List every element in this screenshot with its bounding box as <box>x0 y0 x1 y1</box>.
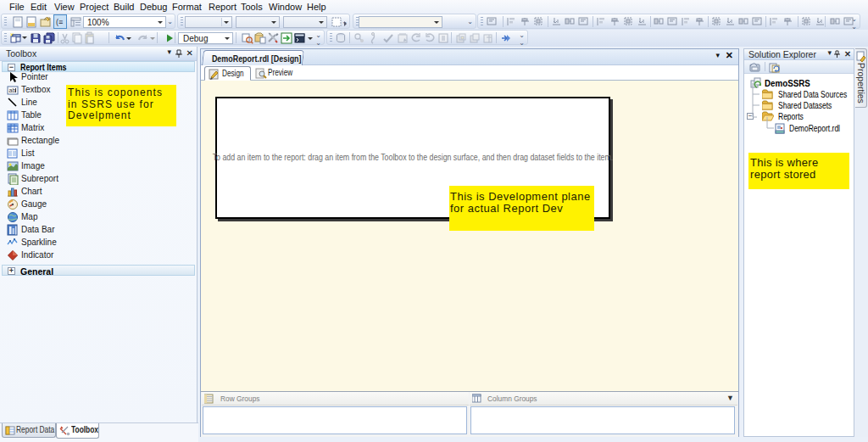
svg-text:ab: ab <box>9 87 16 93</box>
svg-text:(≡: (≡ <box>56 18 63 26</box>
